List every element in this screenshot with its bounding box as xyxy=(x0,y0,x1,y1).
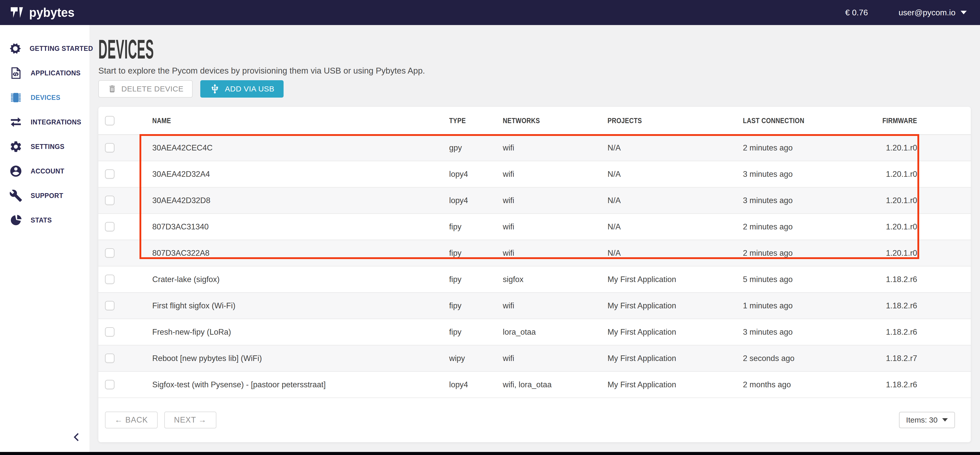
cell-type: fipy xyxy=(449,328,461,336)
sidebar-item-devices[interactable]: DEVICES xyxy=(0,85,89,110)
cell-networks: wifi xyxy=(503,196,514,205)
device-row[interactable]: 30AEA42D32D8lopy4wifiN/A3 minutes ago1.2… xyxy=(99,188,971,214)
sidebar-item-label: ACCOUNT xyxy=(31,167,64,175)
cell-firmware: 1.20.1.r0 xyxy=(886,170,917,178)
page-title: DEVICES xyxy=(99,35,154,64)
cell-projects: My First Application xyxy=(608,301,676,310)
user-icon xyxy=(9,164,23,178)
delete-device-label: DELETE DEVICE xyxy=(121,84,183,93)
cell-type: fipy xyxy=(449,301,461,310)
cell-firmware: 1.18.2.r6 xyxy=(886,301,917,310)
cell-firmware: 1.18.2.r6 xyxy=(886,328,917,336)
add-via-usb-label: ADD VIA USB xyxy=(225,84,274,93)
cell-last_connection: 3 minutes ago xyxy=(743,328,793,336)
user-email: user@pycom.io xyxy=(899,8,956,18)
device-row[interactable]: Fresh-new-fipy (LoRa)fipylora_otaaMy Fir… xyxy=(99,319,971,345)
cell-last_connection: 3 minutes ago xyxy=(743,170,793,178)
cell-projects: My First Application xyxy=(608,380,676,389)
cell-networks: wifi xyxy=(503,170,514,178)
chip-icon xyxy=(9,91,23,105)
device-row[interactable]: 807D3AC322A8fipywifiN/A2 minutes ago1.20… xyxy=(99,240,971,266)
column-header-projects: PROJECTS xyxy=(600,107,736,134)
sidebar-item-label: APPLICATIONS xyxy=(31,69,81,77)
sidebar-item-getting-started[interactable]: GETTING STARTED xyxy=(0,36,89,61)
arrows-icon xyxy=(9,115,23,129)
row-checkbox[interactable] xyxy=(105,301,115,310)
items-per-page-label: Items: 30 xyxy=(906,416,938,424)
wrench-icon xyxy=(9,189,23,203)
row-checkbox[interactable] xyxy=(105,248,115,258)
sidebar-item-stats[interactable]: STATS xyxy=(0,208,89,232)
trash-icon xyxy=(108,84,117,94)
device-row[interactable]: Sigfox-test (with Pysense) - [pastoor pe… xyxy=(99,372,971,398)
row-checkbox[interactable] xyxy=(105,169,115,179)
column-header-label: LAST CONNECTION xyxy=(743,116,804,125)
column-header-networks: NETWORKS xyxy=(496,107,600,134)
row-checkbox[interactable] xyxy=(105,222,115,231)
chevron-down-icon xyxy=(961,11,967,14)
page-description: Start to explore the Pycom devices by pr… xyxy=(99,66,971,76)
cell-name: Fresh-new-fipy (LoRa) xyxy=(152,328,231,336)
device-row[interactable]: 807D3AC31340fipywifiN/A2 minutes ago1.20… xyxy=(99,214,971,240)
cell-name: 30AEA42D32A4 xyxy=(152,170,210,178)
row-checkbox[interactable] xyxy=(105,143,115,153)
row-checkbox[interactable] xyxy=(105,353,115,363)
chevron-down-icon xyxy=(942,418,948,422)
cell-name: Reboot [new pybytes lib] (WiFi) xyxy=(152,354,262,363)
cell-last_connection: 1 minutes ago xyxy=(743,301,793,310)
items-per-page-dropdown[interactable]: Items: 30 xyxy=(899,412,955,428)
cell-name: 807D3AC31340 xyxy=(152,222,209,231)
cell-firmware: 1.20.1.r0 xyxy=(886,196,917,205)
cell-name: 30AEA42CEC4C xyxy=(152,143,213,152)
cell-type: lopy4 xyxy=(449,196,468,205)
cell-last_connection: 2 minutes ago xyxy=(743,222,793,231)
pycom-logo-icon xyxy=(10,6,24,19)
sidebar-item-label: DEVICES xyxy=(31,94,60,102)
column-header-last_connection: LAST CONNECTION xyxy=(736,107,874,134)
device-row[interactable]: First flight sigfox (Wi-Fi)fipywifiMy Fi… xyxy=(99,293,971,319)
topbar: pybytes € 0.76 user@pycom.io xyxy=(0,0,980,25)
cell-firmware: 1.18.2.r6 xyxy=(886,275,917,284)
usb-icon xyxy=(210,84,220,94)
cell-firmware: 1.18.2.r7 xyxy=(886,354,917,363)
sidebar: GETTING STARTEDAPPLICATIONSDEVICESINTEGR… xyxy=(0,25,89,452)
sidebar-item-label: SETTINGS xyxy=(31,143,64,151)
device-row[interactable]: Crater-lake (sigfox)fipysigfoxMy First A… xyxy=(99,266,971,293)
cell-type: lopy4 xyxy=(449,380,468,389)
column-header-label: FIRMWARE xyxy=(882,116,917,125)
delete-device-button[interactable]: DELETE DEVICE xyxy=(99,80,192,98)
account-balance: € 0.76 xyxy=(845,8,868,18)
sidebar-item-support[interactable]: SUPPORT xyxy=(0,183,89,208)
next-button[interactable]: NEXT → xyxy=(164,412,216,428)
cell-firmware: 1.20.1.r0 xyxy=(886,248,917,258)
row-checkbox[interactable] xyxy=(105,275,115,284)
sidebar-item-settings[interactable]: SETTINGS xyxy=(0,134,89,159)
code-file-icon xyxy=(9,66,23,80)
cell-type: lopy4 xyxy=(449,170,468,178)
select-all-checkbox[interactable] xyxy=(105,116,115,126)
sidebar-item-integrations[interactable]: INTEGRATIONS xyxy=(0,110,89,134)
cell-projects: N/A xyxy=(608,248,621,258)
pybytes-logo[interactable]: pybytes xyxy=(10,5,77,20)
cell-last_connection: 3 minutes ago xyxy=(743,196,793,205)
user-menu[interactable]: user@pycom.io xyxy=(899,8,967,18)
sidebar-item-applications[interactable]: APPLICATIONS xyxy=(0,61,89,85)
sidebar-collapse-button[interactable] xyxy=(70,431,84,445)
pie-icon xyxy=(9,213,23,228)
row-checkbox[interactable] xyxy=(105,380,115,389)
sidebar-item-account[interactable]: ACCOUNT xyxy=(0,159,89,183)
row-checkbox[interactable] xyxy=(105,327,115,337)
cell-last_connection: 2 seconds ago xyxy=(743,354,794,363)
column-header-firmware: FIRMWARE xyxy=(874,107,917,134)
cell-networks: sigfox xyxy=(503,275,523,284)
device-row[interactable]: 30AEA42D32A4lopy4wifiN/A3 minutes ago1.2… xyxy=(99,161,971,188)
device-row[interactable]: 30AEA42CEC4CgpywifiN/A2 minutes ago1.20.… xyxy=(99,135,971,161)
cell-name: 807D3AC322A8 xyxy=(152,248,210,258)
cell-networks: wifi xyxy=(503,354,514,363)
row-checkbox[interactable] xyxy=(105,196,115,205)
window-bottom-edge xyxy=(0,452,980,455)
device-row[interactable]: Reboot [new pybytes lib] (WiFi)wipywifiM… xyxy=(99,345,971,372)
add-via-usb-button[interactable]: ADD VIA USB xyxy=(200,80,283,98)
column-header-label: NAME xyxy=(152,116,171,125)
back-button[interactable]: ← BACK xyxy=(105,412,158,428)
